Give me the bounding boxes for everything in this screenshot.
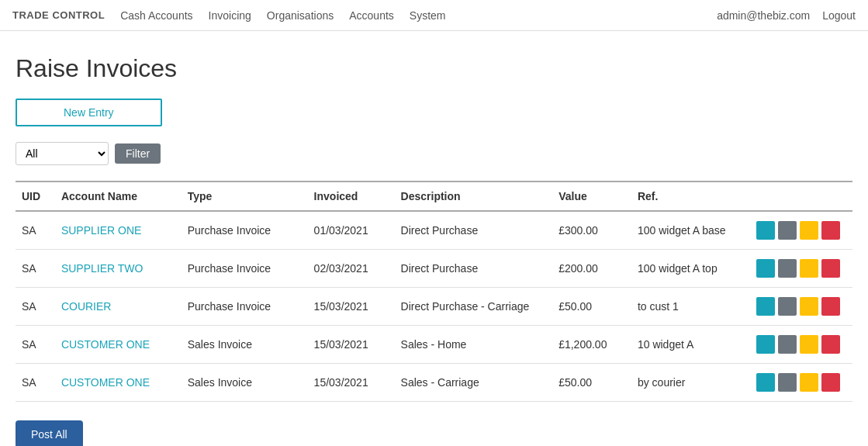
- cell-type: Purchase Invoice: [182, 288, 308, 326]
- nav-right: admin@thebiz.com Logout: [717, 9, 856, 22]
- user-email: admin@thebiz.com: [717, 9, 810, 22]
- new-entry-button[interactable]: New Entry: [16, 99, 162, 126]
- cell-ref: to cust 1: [631, 288, 750, 326]
- table-header-row: UID Account Name Type Invoiced Descripti…: [16, 182, 852, 211]
- action-gray-button[interactable]: [778, 297, 797, 316]
- col-account-name: Account Name: [55, 182, 182, 211]
- cell-ref: by courier: [631, 364, 750, 402]
- cell-type: Purchase Invoice: [182, 211, 308, 250]
- action-yellow-button[interactable]: [800, 297, 818, 316]
- cell-ref: 100 widget A top: [631, 250, 750, 288]
- action-gray-button[interactable]: [778, 373, 797, 392]
- cell-invoiced: 15/03/2021: [308, 364, 395, 402]
- col-value: Value: [552, 182, 631, 211]
- table-row: SA SUPPLIER TWO Purchase Invoice 02/03/2…: [16, 250, 852, 288]
- invoices-table: UID Account Name Type Invoiced Descripti…: [16, 181, 852, 402]
- action-yellow-button[interactable]: [800, 259, 818, 278]
- col-uid: UID: [16, 182, 55, 211]
- cell-uid: SA: [16, 211, 55, 250]
- cell-account-name: SUPPLIER ONE: [55, 211, 182, 250]
- nav-organisations[interactable]: Organisations: [267, 9, 334, 22]
- cell-ref: 100 widget A base: [631, 211, 750, 250]
- cell-actions: [750, 288, 852, 326]
- cell-value: £300.00: [552, 211, 631, 250]
- col-description: Description: [395, 182, 553, 211]
- cell-value: £50.00: [552, 364, 631, 402]
- action-red-button[interactable]: [821, 221, 840, 240]
- action-teal-button[interactable]: [756, 259, 775, 278]
- post-all-button[interactable]: Post All: [16, 420, 83, 446]
- account-link[interactable]: SUPPLIER TWO: [61, 262, 144, 275]
- action-yellow-button[interactable]: [800, 221, 818, 240]
- action-teal-button[interactable]: [756, 221, 775, 240]
- cell-account-name: CUSTOMER ONE: [55, 364, 182, 402]
- cell-invoiced: 01/03/2021: [308, 211, 395, 250]
- table-row: SA SUPPLIER ONE Purchase Invoice 01/03/2…: [16, 211, 852, 250]
- cell-value: £200.00: [552, 250, 631, 288]
- cell-actions: [750, 364, 852, 402]
- account-link[interactable]: CUSTOMER ONE: [61, 338, 150, 351]
- cell-account-name: CUSTOMER ONE: [55, 326, 182, 364]
- cell-uid: SA: [16, 288, 55, 326]
- action-gray-button[interactable]: [778, 335, 797, 354]
- cell-invoiced: 02/03/2021: [308, 250, 395, 288]
- col-invoiced: Invoiced: [308, 182, 395, 211]
- account-link[interactable]: COURIER: [61, 300, 112, 313]
- action-yellow-button[interactable]: [800, 335, 818, 354]
- cell-uid: SA: [16, 326, 55, 364]
- filter-row: All Purchase Invoice Sales Invoice Filte…: [16, 142, 852, 165]
- nav-system[interactable]: System: [410, 9, 446, 22]
- page-content: Raise Invoices New Entry All Purchase In…: [0, 31, 868, 446]
- nav-accounts[interactable]: Accounts: [349, 9, 394, 22]
- cell-actions: [750, 250, 852, 288]
- cell-uid: SA: [16, 364, 55, 402]
- col-ref: Ref.: [631, 182, 750, 211]
- action-gray-button[interactable]: [778, 259, 797, 278]
- action-teal-button[interactable]: [756, 373, 775, 392]
- action-buttons: [756, 297, 846, 316]
- cell-description: Direct Purchase: [395, 250, 553, 288]
- cell-actions: [750, 326, 852, 364]
- page-title: Raise Invoices: [16, 54, 852, 83]
- cell-description: Sales - Home: [395, 326, 553, 364]
- account-link[interactable]: CUSTOMER ONE: [61, 376, 150, 389]
- action-red-button[interactable]: [821, 335, 840, 354]
- col-type: Type: [182, 182, 308, 211]
- action-red-button[interactable]: [821, 259, 840, 278]
- cell-description: Sales - Carriage: [395, 364, 553, 402]
- table-row: SA CUSTOMER ONE Sales Invoice 15/03/2021…: [16, 326, 852, 364]
- cell-uid: SA: [16, 250, 55, 288]
- nav-cash-accounts[interactable]: Cash Accounts: [120, 9, 192, 22]
- action-teal-button[interactable]: [756, 335, 775, 354]
- cell-description: Direct Purchase - Carriage: [395, 288, 553, 326]
- action-buttons: [756, 221, 846, 240]
- action-buttons: [756, 373, 846, 392]
- cell-account-name: COURIER: [55, 288, 182, 326]
- filter-button[interactable]: Filter: [115, 143, 161, 164]
- action-buttons: [756, 335, 846, 354]
- action-buttons: [756, 259, 846, 278]
- nav-invoicing[interactable]: Invoicing: [209, 9, 251, 22]
- cell-ref: 10 widget A: [631, 326, 750, 364]
- cell-value: £1,200.00: [552, 326, 631, 364]
- navbar: TRADE CONTROL Cash Accounts Invoicing Or…: [0, 0, 868, 31]
- nav-brand: TRADE CONTROL: [12, 9, 105, 21]
- table-row: SA COURIER Purchase Invoice 15/03/2021 D…: [16, 288, 852, 326]
- cell-invoiced: 15/03/2021: [308, 288, 395, 326]
- cell-value: £50.00: [552, 288, 631, 326]
- cell-description: Direct Purchase: [395, 211, 553, 250]
- cell-type: Purchase Invoice: [182, 250, 308, 288]
- action-red-button[interactable]: [821, 297, 840, 316]
- nav-links: Cash Accounts Invoicing Organisations Ac…: [120, 9, 717, 22]
- filter-select[interactable]: All Purchase Invoice Sales Invoice: [16, 142, 109, 165]
- action-gray-button[interactable]: [778, 221, 797, 240]
- table-row: SA CUSTOMER ONE Sales Invoice 15/03/2021…: [16, 364, 852, 402]
- cell-type: Sales Invoice: [182, 364, 308, 402]
- logout-link[interactable]: Logout: [822, 9, 856, 22]
- account-link[interactable]: SUPPLIER ONE: [61, 224, 141, 237]
- col-actions: [750, 182, 852, 211]
- action-red-button[interactable]: [821, 373, 840, 392]
- action-teal-button[interactable]: [756, 297, 775, 316]
- cell-invoiced: 15/03/2021: [308, 326, 395, 364]
- action-yellow-button[interactable]: [800, 373, 818, 392]
